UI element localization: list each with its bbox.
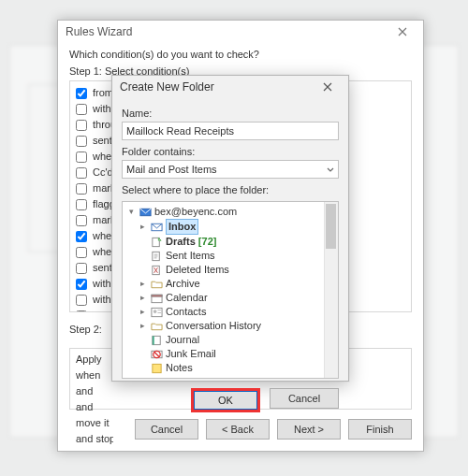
condition-checkbox[interactable] xyxy=(76,295,87,306)
expand-icon[interactable]: ▸ xyxy=(138,220,147,234)
place-label: Select where to place the folder: xyxy=(122,184,339,195)
tree-account[interactable]: ▾bex@beyenc.com xyxy=(126,205,334,219)
close-icon[interactable] xyxy=(314,76,341,98)
wizard-titlebar: Rules Wizard xyxy=(58,21,423,43)
tree-label: Journal xyxy=(166,333,199,347)
tree-item[interactable]: ▸Junk Email xyxy=(126,347,334,361)
calendar-icon xyxy=(150,293,163,304)
notes-icon xyxy=(150,363,163,374)
tree-item[interactable]: ▸Sent Items xyxy=(126,249,334,263)
desc-fragment: when xyxy=(76,368,113,382)
tree-label: Archive xyxy=(166,277,200,291)
tree-item[interactable]: ▸Conversation History xyxy=(126,319,334,333)
create-folder-title: Create New Folder xyxy=(120,80,314,94)
condition-checkbox[interactable] xyxy=(76,310,87,313)
condition-checkbox[interactable] xyxy=(76,151,87,163)
tree-item[interactable]: ▸Drafts [72] xyxy=(126,235,334,249)
condition-checkbox[interactable] xyxy=(76,167,87,179)
folder-name-input[interactable] xyxy=(122,122,339,140)
svg-rect-10 xyxy=(157,312,161,313)
inbox-icon xyxy=(150,222,163,233)
tree-label: Drafts [72] xyxy=(166,235,216,249)
scrollbar[interactable] xyxy=(324,202,338,378)
trash-icon xyxy=(150,265,163,276)
expand-icon[interactable]: ▸ xyxy=(138,305,147,319)
contains-label: Folder contains: xyxy=(122,146,339,157)
tree-item[interactable]: ▸Deleted Items xyxy=(126,263,334,277)
scrollbar-thumb[interactable] xyxy=(326,204,336,249)
tree-label: bex@beyenc.com xyxy=(154,205,237,219)
desc-fragment: and xyxy=(76,400,113,413)
condition-checkbox[interactable] xyxy=(76,199,87,210)
svg-rect-12 xyxy=(152,336,154,344)
svg-rect-9 xyxy=(157,310,161,310)
tree-label: Calendar xyxy=(166,291,208,305)
tree-item[interactable]: ▸Notes xyxy=(126,361,334,375)
ok-button[interactable]: OK xyxy=(191,388,260,412)
sent-icon xyxy=(150,251,163,262)
condition-checkbox[interactable] xyxy=(76,215,87,226)
wizard-title: Rules Wizard xyxy=(66,25,389,38)
tree-label: Inbox xyxy=(166,219,198,235)
tree-label: Contacts xyxy=(166,305,206,319)
contacts-icon xyxy=(150,307,163,318)
condition-checkbox[interactable] xyxy=(76,104,87,115)
wizard-question: Which condition(s) do you want to check? xyxy=(69,49,412,60)
tree-label: Junk Email xyxy=(166,347,216,361)
combo-value: Mail and Post Items xyxy=(126,164,217,175)
account-icon xyxy=(139,207,152,218)
tree-item[interactable]: ▸Inbox xyxy=(126,219,334,235)
expand-icon[interactable]: ▾ xyxy=(126,205,136,219)
close-icon[interactable] xyxy=(389,21,416,43)
folder-icon xyxy=(150,321,163,332)
create-folder-dialog: Create New Folder Name: Folder contains:… xyxy=(111,75,349,382)
tree-label: Sent Items xyxy=(166,249,215,263)
expand-icon[interactable]: ▸ xyxy=(138,319,147,333)
condition-checkbox[interactable] xyxy=(76,247,87,258)
condition-checkbox[interactable] xyxy=(76,231,87,242)
condition-checkbox[interactable] xyxy=(76,183,87,195)
folder-tree[interactable]: ▾bex@beyenc.com▸Inbox▸Drafts [72]▸Sent I… xyxy=(122,201,339,379)
tree-item[interactable]: ▸Journal xyxy=(126,333,334,347)
junk-icon xyxy=(150,349,163,360)
condition-checkbox[interactable] xyxy=(76,136,87,147)
condition-checkbox[interactable] xyxy=(76,279,87,290)
chevron-down-icon xyxy=(327,164,334,175)
expand-icon[interactable]: ▸ xyxy=(138,291,147,305)
desc-fragment: Apply xyxy=(76,353,113,366)
desc-fragment: and xyxy=(76,384,113,397)
tree-label: Notes xyxy=(166,361,193,375)
svg-rect-6 xyxy=(151,295,161,296)
folder-icon xyxy=(150,279,163,290)
journal-icon xyxy=(150,335,163,346)
expand-icon[interactable]: ▸ xyxy=(138,277,147,291)
svg-rect-15 xyxy=(152,364,160,372)
tree-label: Deleted Items xyxy=(166,263,229,277)
folder-contains-combo[interactable]: Mail and Post Items xyxy=(122,160,339,179)
create-folder-titlebar: Create New Folder xyxy=(112,76,348,98)
tree-item[interactable]: ▸Archive xyxy=(126,277,334,291)
name-label: Name: xyxy=(122,108,339,119)
tree-label: Conversation History xyxy=(166,319,261,333)
tree-item[interactable]: ▸Calendar xyxy=(126,291,334,305)
drafts-icon xyxy=(150,237,163,248)
create-folder-footer: OK Cancel xyxy=(112,379,348,422)
tree-item[interactable]: ▸Contacts xyxy=(126,305,334,319)
condition-checkbox[interactable] xyxy=(76,88,87,99)
desc-fragment: and stop xyxy=(76,432,113,445)
cancel-button[interactable]: Cancel xyxy=(270,388,339,409)
svg-point-8 xyxy=(153,310,156,313)
condition-checkbox[interactable] xyxy=(76,263,87,274)
condition-checkbox[interactable] xyxy=(76,120,87,131)
desc-fragment: move it xyxy=(76,416,113,429)
